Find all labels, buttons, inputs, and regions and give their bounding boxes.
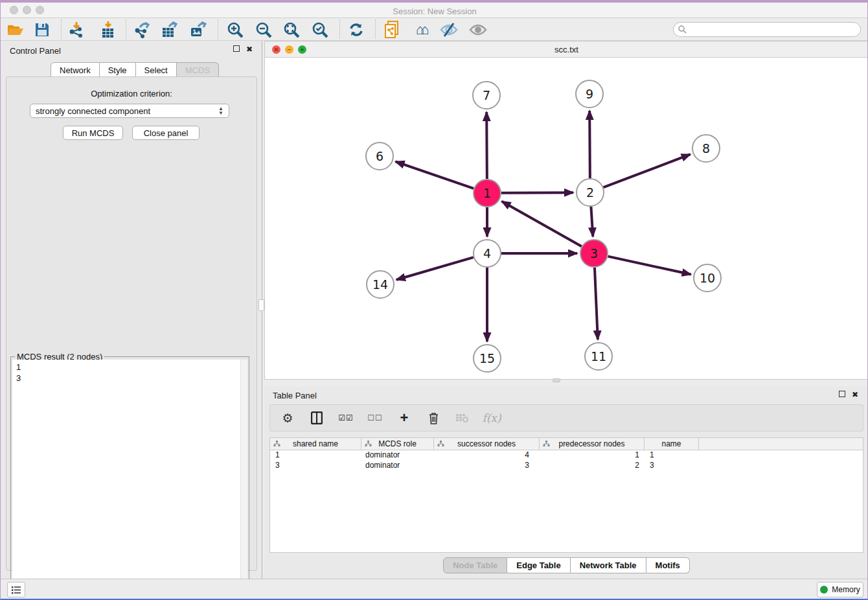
close-panel-icon[interactable]: ✖	[246, 45, 253, 53]
edge-1-to-2[interactable]	[501, 192, 573, 193]
search-field[interactable]	[673, 22, 861, 37]
search-input[interactable]	[689, 25, 860, 34]
node-label-9: 9	[586, 87, 593, 101]
node-label-10: 10	[700, 271, 715, 285]
column-header-predecessor-nodes[interactable]: predecessor nodes	[540, 438, 645, 450]
column-header-filler	[699, 438, 863, 450]
table-options-icon[interactable]: ⚙	[278, 408, 297, 428]
node-label-14: 14	[372, 277, 388, 292]
show-column-icon[interactable]	[307, 408, 326, 428]
edge-1-to-6[interactable]	[396, 161, 474, 188]
tab-edge-table[interactable]: Edge Table	[507, 557, 570, 573]
close-panel-button[interactable]: Close panel	[132, 126, 200, 140]
task-list-icon	[12, 586, 21, 594]
refresh-layout-icon[interactable]	[345, 20, 367, 40]
column-header-mcds-role[interactable]: MCDS role	[361, 438, 434, 450]
column-header-shared-name[interactable]: shared name	[270, 438, 361, 450]
memory-label: Memory	[832, 585, 860, 594]
zoom-out-icon[interactable]	[253, 20, 275, 40]
main-toolbar: ⌂⌂	[1, 18, 868, 41]
window-title: Session: New Session	[1, 6, 868, 16]
status-bar: Memory	[1, 579, 868, 600]
network-canvas[interactable]: 7968124314101511	[265, 58, 868, 379]
unselect-all-checkboxes-icon[interactable]: ☐☐	[365, 408, 385, 428]
node-label-15: 15	[479, 351, 495, 365]
table-row[interactable]: 3dominator323	[270, 461, 863, 471]
show-task-history-button[interactable]	[7, 582, 25, 597]
criterion-dropdown[interactable]: strongly connected component ▲▼	[30, 104, 229, 118]
edge-1-to-7[interactable]	[486, 112, 487, 179]
column-header-name[interactable]: name	[645, 438, 699, 450]
control-panel-title: Control Panel	[10, 46, 61, 56]
table-tabs: Node Table Edge Table Network Table Moti…	[264, 557, 868, 573]
hierarchy-icon	[437, 441, 444, 447]
node-label-1: 1	[483, 186, 491, 200]
table-toolbar: ⚙ ☑☑ ☐☐ + f(x)	[269, 404, 863, 432]
table-row[interactable]: 1dominator411	[270, 450, 863, 461]
network-window: ✕ − + scc.txt 7968124314101511	[264, 41, 868, 380]
optimization-criterion-label: Optimization criterion:	[6, 89, 257, 98]
select-all-checkboxes-icon[interactable]: ☑☑	[336, 408, 356, 428]
tab-node-table[interactable]: Node Table	[443, 557, 507, 573]
mcds-result-area[interactable]: 13	[12, 360, 247, 599]
network-graph-svg: 7968124314101511	[265, 58, 868, 379]
memory-button[interactable]: Memory	[817, 582, 863, 597]
delete-table-icon[interactable]	[453, 408, 472, 428]
edge-2-to-8[interactable]	[604, 154, 691, 187]
node-label-8: 8	[702, 141, 710, 156]
edge-3-to-11[interactable]	[595, 268, 598, 340]
table-cell: dominator	[361, 450, 434, 461]
tab-network-table[interactable]: Network Table	[571, 557, 646, 573]
mcds-result-group: MCDS result (2 nodes) 13	[10, 356, 249, 600]
table-cell: 3	[645, 461, 699, 471]
new-network-from-selection-icon[interactable]	[382, 20, 404, 40]
table-header-row: shared name MCDS role successor nodes pr…	[270, 438, 863, 450]
table-float-panel-icon[interactable]	[839, 391, 845, 398]
mcds-result-line: 1	[16, 362, 21, 373]
edge-2-to-3[interactable]	[591, 207, 593, 237]
export-table-icon[interactable]	[159, 20, 181, 40]
table-body: 1dominator4113dominator323	[270, 450, 863, 471]
function-builder-icon[interactable]: f(x)	[482, 408, 501, 428]
hide-selected-icon[interactable]	[438, 20, 460, 40]
show-all-icon[interactable]	[467, 20, 489, 40]
network-resize-handle[interactable]	[553, 378, 560, 382]
edge-3-to-1[interactable]	[502, 202, 582, 246]
edge-4-to-14[interactable]	[396, 257, 474, 280]
zoom-in-icon[interactable]	[224, 20, 246, 40]
create-column-icon[interactable]: +	[394, 408, 414, 428]
first-neighbors-icon[interactable]: ⌂⌂	[409, 20, 431, 40]
app-window: { "window": { "title": "Session: New Ses…	[0, 0, 868, 600]
criterion-value: strongly connected component	[36, 106, 218, 116]
node-label-11: 11	[591, 349, 606, 363]
mcds-panel: Optimization criterion: strongly connect…	[6, 76, 257, 571]
delete-columns-icon[interactable]	[424, 408, 443, 428]
node-label-2: 2	[586, 185, 594, 200]
import-network-icon[interactable]	[65, 20, 87, 40]
float-panel-icon[interactable]	[233, 45, 240, 53]
edge-3-to-10[interactable]	[608, 257, 691, 275]
open-session-icon[interactable]	[5, 20, 27, 40]
import-table-icon[interactable]	[97, 20, 119, 40]
tab-motifs[interactable]: Motifs	[646, 557, 690, 573]
edge-2-to-9[interactable]	[589, 111, 590, 178]
network-window-titlebar[interactable]: ✕ − + scc.txt	[265, 41, 868, 58]
table-cell: 2	[540, 461, 645, 471]
table-cell: 4	[434, 450, 540, 461]
table-close-panel-icon[interactable]: ✖	[852, 391, 858, 398]
panel-splitter-handle[interactable]	[258, 299, 264, 311]
mcds-result-line: 3	[16, 373, 21, 384]
zoom-selected-icon[interactable]	[309, 20, 331, 40]
export-network-icon[interactable]	[131, 20, 153, 40]
table-cell: 1	[270, 450, 361, 461]
result-scrollbar[interactable]	[240, 360, 247, 599]
dropdown-spinner-icon: ▲▼	[218, 106, 223, 115]
run-mcds-button[interactable]: Run MCDS	[63, 126, 123, 140]
node-table[interactable]: shared name MCDS role successor nodes pr…	[269, 437, 863, 553]
zoom-fit-icon[interactable]	[280, 20, 303, 40]
hierarchy-icon	[543, 441, 550, 447]
column-header-successor-nodes[interactable]: successor nodes	[434, 438, 540, 450]
app-titlebar: Session: New Session	[1, 3, 868, 18]
export-image-icon[interactable]	[187, 20, 209, 40]
save-session-icon[interactable]	[31, 20, 53, 40]
